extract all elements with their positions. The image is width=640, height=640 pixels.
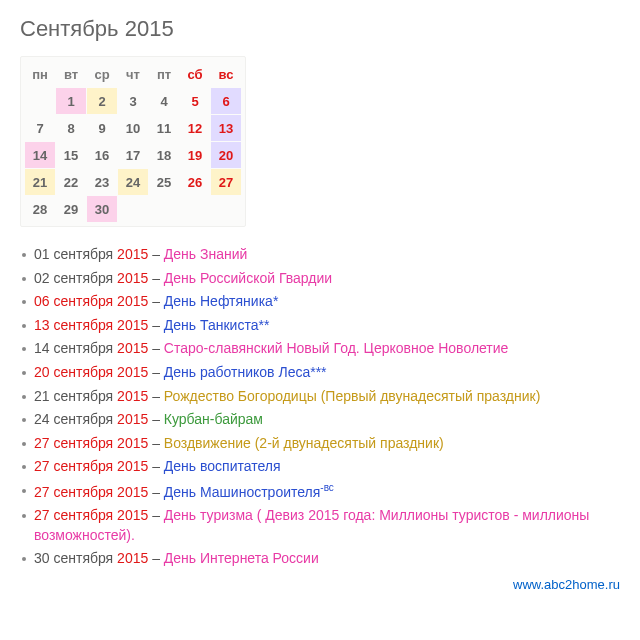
event-year: 2015: [117, 411, 148, 427]
event-date: 02 сентября: [34, 270, 117, 286]
calendar-day: 6: [211, 88, 241, 114]
calendar-day: 23: [87, 169, 117, 195]
calendar-row: 123456: [25, 88, 241, 114]
calendar-day: [180, 196, 210, 222]
event-year: 2015: [117, 293, 148, 309]
event-year: 2015: [117, 340, 148, 356]
event-name[interactable]: Воздвижение (2-й двунадесятый праздник): [164, 435, 444, 451]
event-item: 27 сентября 2015 – День Машиностроителя-…: [20, 481, 620, 502]
event-date: 27 сентября: [34, 458, 117, 474]
calendar-day: [149, 196, 179, 222]
event-date: 13 сентября: [34, 317, 117, 333]
calendar-day: 3: [118, 88, 148, 114]
weekday-вт: вт: [56, 61, 86, 87]
calendar-day: [211, 196, 241, 222]
event-item: 27 сентября 2015 – День туризма ( Девиз …: [20, 506, 620, 545]
calendar-day: 8: [56, 115, 86, 141]
calendar-row: 78910111213: [25, 115, 241, 141]
calendar-day: 24: [118, 169, 148, 195]
event-name[interactable]: День Российской Гвардии: [164, 270, 332, 286]
event-name[interactable]: День Машиностроителя-вс: [164, 484, 334, 500]
event-name[interactable]: День воспитателя: [164, 458, 281, 474]
event-name[interactable]: День Интернета России: [164, 550, 319, 566]
event-date: 30 сентября: [34, 550, 117, 566]
calendar-row: 21222324252627: [25, 169, 241, 195]
event-date: 06 сентября: [34, 293, 117, 309]
calendar-day: [118, 196, 148, 222]
weekday-сб: сб: [180, 61, 210, 87]
event-item: 06 сентября 2015 – День Нефтяника*: [20, 292, 620, 312]
events-list: 01 сентября 2015 – День Знаний02 сентябр…: [20, 245, 620, 569]
event-year: 2015: [117, 458, 148, 474]
event-item: 02 сентября 2015 – День Российской Гвард…: [20, 269, 620, 289]
calendar-day: 13: [211, 115, 241, 141]
event-year: 2015: [117, 317, 148, 333]
event-year: 2015: [117, 270, 148, 286]
event-date: 01 сентября: [34, 246, 117, 262]
footer-link[interactable]: www.abc2home.ru: [20, 577, 620, 592]
weekday-чт: чт: [118, 61, 148, 87]
calendar-day: 14: [25, 142, 55, 168]
event-item: 01 сентября 2015 – День Знаний: [20, 245, 620, 265]
event-year: 2015: [117, 507, 148, 523]
event-item: 27 сентября 2015 – Воздвижение (2-й двун…: [20, 434, 620, 454]
calendar-day: 1: [56, 88, 86, 114]
calendar-day: 9: [87, 115, 117, 141]
calendar-day: 4: [149, 88, 179, 114]
calendar-day: 22: [56, 169, 86, 195]
event-name[interactable]: Курбан-байрам: [164, 411, 263, 427]
event-item: 21 сентября 2015 – Рождество Богородицы …: [20, 387, 620, 407]
event-year: 2015: [117, 364, 148, 380]
event-date: 21 сентября: [34, 388, 117, 404]
event-item: 13 сентября 2015 – День Танкиста**: [20, 316, 620, 336]
event-year: 2015: [117, 484, 148, 500]
event-name[interactable]: Старо-славянский Новый Год. Церковное Но…: [164, 340, 509, 356]
calendar-row: 282930: [25, 196, 241, 222]
calendar-day: 5: [180, 88, 210, 114]
event-name[interactable]: День Нефтяника*: [164, 293, 279, 309]
event-name[interactable]: День работников Леса***: [164, 364, 327, 380]
event-item: 20 сентября 2015 – День работников Леса*…: [20, 363, 620, 383]
calendar-day: 20: [211, 142, 241, 168]
calendar-day: 18: [149, 142, 179, 168]
weekday-пт: пт: [149, 61, 179, 87]
event-date: 27 сентября: [34, 484, 117, 500]
event-year: 2015: [117, 388, 148, 404]
event-name[interactable]: День Танкиста**: [164, 317, 270, 333]
calendar-day: 10: [118, 115, 148, 141]
calendar-day: 2: [87, 88, 117, 114]
calendar-day: 28: [25, 196, 55, 222]
calendar-row: 14151617181920: [25, 142, 241, 168]
event-name[interactable]: Рождество Богородицы (Первый двунадесяты…: [164, 388, 540, 404]
page-title: Сентябрь 2015: [20, 16, 620, 42]
calendar-day: 15: [56, 142, 86, 168]
event-date: 20 сентября: [34, 364, 117, 380]
event-date: 14 сентября: [34, 340, 117, 356]
calendar-day: 30: [87, 196, 117, 222]
calendar-day: 26: [180, 169, 210, 195]
event-suffix: -вс: [320, 482, 334, 493]
calendar-day: 11: [149, 115, 179, 141]
event-item: 24 сентября 2015 – Курбан-байрам: [20, 410, 620, 430]
event-date: 27 сентября: [34, 435, 117, 451]
calendar-day: 17: [118, 142, 148, 168]
event-item: 30 сентября 2015 – День Интернета России: [20, 549, 620, 569]
calendar-body: 1234567891011121314151617181920212223242…: [25, 88, 241, 222]
weekday-пн: пн: [25, 61, 55, 87]
event-name[interactable]: День Знаний: [164, 246, 248, 262]
event-item: 27 сентября 2015 – День воспитателя: [20, 457, 620, 477]
event-year: 2015: [117, 435, 148, 451]
calendar-day: 19: [180, 142, 210, 168]
calendar-day: 7: [25, 115, 55, 141]
calendar-day: [25, 88, 55, 114]
calendar-day: 21: [25, 169, 55, 195]
calendar-day: 25: [149, 169, 179, 195]
event-year: 2015: [117, 550, 148, 566]
calendar-header: пнвтсрчтптсбвс: [25, 61, 241, 87]
calendar-day: 16: [87, 142, 117, 168]
event-date: 24 сентября: [34, 411, 117, 427]
calendar-day: 29: [56, 196, 86, 222]
event-year: 2015: [117, 246, 148, 262]
calendar-day: 12: [180, 115, 210, 141]
event-date: 27 сентября: [34, 507, 117, 523]
